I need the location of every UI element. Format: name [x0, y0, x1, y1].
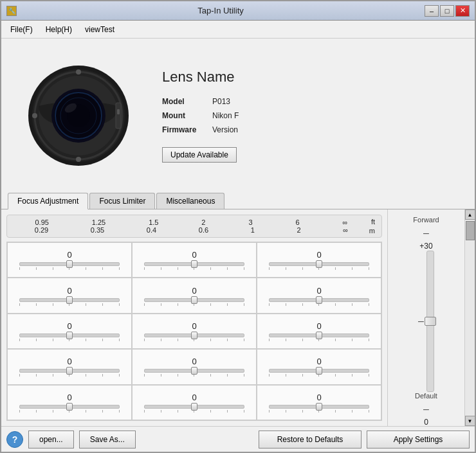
cell-value-3-0: 0	[67, 357, 71, 366]
tick-mark	[302, 374, 303, 377]
cell-slider-thumb-4-1[interactable]	[191, 403, 197, 411]
tick-mark	[352, 374, 352, 377]
cell-slider-thumb-4-2[interactable]	[316, 403, 322, 411]
scale-bar: 0.95 1.25 1.5 2 3 6 ∞ 0.29 0.35 0.4 0.6 …	[6, 215, 382, 238]
tick-mark	[36, 303, 37, 306]
cell-value-0-0: 0	[67, 250, 71, 260]
tick-mark	[36, 410, 37, 413]
cell-slider-thumb-3-2[interactable]	[316, 367, 322, 375]
cell-slider-2-0[interactable]	[19, 333, 120, 337]
close-button[interactable]: ✕	[455, 5, 470, 17]
cell-slider-thumb-2-2[interactable]	[316, 332, 322, 339]
scale-bot-inf: ∞	[343, 226, 348, 234]
open-button[interactable]: open...	[28, 431, 74, 449]
tab-focus-adjustment[interactable]: Focus Adjustment	[8, 193, 88, 209]
tick-mark	[19, 303, 20, 306]
tick-mark	[269, 339, 270, 341]
grid-cell-4-2[interactable]: 0	[257, 385, 381, 420]
grid-cell-4-0[interactable]: 0	[7, 385, 132, 420]
tick-mark	[335, 303, 336, 306]
tick-mark	[286, 339, 286, 341]
cell-slider-1-0[interactable]	[19, 298, 120, 302]
default-label: Default	[415, 392, 437, 400]
cell-slider-thumb-1-1[interactable]	[191, 296, 197, 304]
cell-slider-thumb-3-0[interactable]	[66, 367, 73, 375]
cell-slider-thumb-1-2[interactable]	[316, 296, 322, 304]
cell-slider-thumb-0-0[interactable]	[66, 260, 73, 268]
tab-miscellaneous[interactable]: Miscellaneous	[156, 193, 224, 209]
minimize-button[interactable]: –	[425, 5, 439, 17]
cell-slider-3-1[interactable]	[144, 369, 244, 373]
cell-slider-1-1[interactable]	[144, 298, 244, 302]
cell-slider-4-0[interactable]	[19, 405, 120, 409]
tick-mark	[102, 374, 103, 377]
maximize-button[interactable]: □	[440, 5, 454, 17]
cell-slider-thumb-2-1[interactable]	[191, 332, 197, 339]
cell-value-2-2: 0	[316, 321, 321, 331]
tick-mark	[244, 374, 244, 377]
grid-cell-1-0[interactable]: 0	[7, 278, 132, 313]
tick-mark	[161, 339, 161, 341]
cell-slider-4-2[interactable]	[269, 405, 369, 409]
grid-cell-0-1[interactable]: 0	[132, 242, 257, 278]
help-button[interactable]: ?	[6, 431, 23, 448]
tick-mark	[178, 339, 178, 341]
cell-slider-2-2[interactable]	[269, 333, 369, 337]
cell-slider-thumb-1-0[interactable]	[66, 296, 73, 304]
cell-slider-3-2[interactable]	[269, 369, 369, 373]
grid-cell-4-1[interactable]: 0	[132, 385, 257, 420]
tick-mark	[335, 410, 336, 413]
tick-mark	[178, 267, 178, 270]
grid-cell-3-0[interactable]: 0	[7, 349, 132, 384]
tick-mark	[144, 339, 145, 341]
grid-cell-0-2[interactable]: 0	[257, 242, 381, 278]
tick-mark	[119, 303, 120, 306]
tick-mark	[102, 267, 103, 270]
menu-help[interactable]: Help(H)	[39, 22, 78, 37]
grid-cell-2-2[interactable]: 0	[257, 314, 381, 349]
cell-slider-thumb-0-1[interactable]	[191, 260, 197, 268]
v-slider-thumb[interactable]	[425, 317, 436, 326]
svg-point-12	[76, 69, 81, 75]
restore-defaults-button[interactable]: Restore to Defaults	[259, 431, 362, 449]
update-available-button[interactable]: Update Available	[162, 147, 237, 163]
scale-bot-3: 0.6	[199, 226, 208, 234]
tick-mark	[244, 267, 244, 270]
tab-focus-limiter[interactable]: Focus Limiter	[89, 193, 155, 209]
menu-viewtest[interactable]: viewTest	[78, 22, 121, 37]
save-as-button[interactable]: Save As...	[79, 431, 136, 449]
tick-mark	[302, 267, 303, 270]
tick-mark	[53, 303, 53, 306]
cell-slider-1-2[interactable]	[269, 298, 369, 302]
scrollbar[interactable]: ▲ ▼	[464, 209, 475, 426]
cell-slider-0-1[interactable]	[144, 262, 244, 266]
cell-slider-0-2[interactable]	[269, 262, 369, 266]
cell-slider-thumb-3-1[interactable]	[191, 367, 197, 375]
vertical-slider[interactable]	[426, 251, 434, 392]
scroll-thumb[interactable]	[466, 221, 475, 240]
menu-file[interactable]: File(F)	[4, 22, 39, 37]
grid-cell-3-2[interactable]: 0	[257, 349, 381, 384]
grid-cell-1-2[interactable]: 0	[257, 278, 381, 313]
cell-slider-thumb-0-2[interactable]	[316, 260, 322, 268]
cell-slider-thumb-2-0[interactable]	[66, 332, 73, 339]
cell-slider-2-1[interactable]	[144, 333, 244, 337]
grid-cell-2-0[interactable]: 0	[7, 314, 132, 349]
cell-slider-4-1[interactable]	[144, 405, 244, 409]
scroll-up-arrow[interactable]: ▲	[465, 209, 475, 220]
cell-value-3-1: 0	[192, 357, 196, 366]
tick-mark	[86, 339, 86, 341]
tick-mark	[210, 339, 211, 341]
forward-value: +30	[419, 242, 432, 251]
scroll-down-arrow[interactable]: ▼	[465, 416, 475, 426]
cell-slider-3-0[interactable]	[19, 369, 120, 373]
apply-settings-button[interactable]: Apply Settings	[367, 431, 470, 449]
app-icon: 🔧	[6, 6, 17, 16]
cell-slider-0-0[interactable]	[19, 262, 120, 266]
cell-slider-thumb-4-0[interactable]	[66, 403, 73, 411]
grid-cell-2-1[interactable]: 0	[132, 314, 257, 349]
grid-cell-0-0[interactable]: 0	[7, 242, 132, 278]
tick-mark	[36, 339, 37, 341]
grid-cell-1-1[interactable]: 0	[132, 278, 257, 313]
grid-cell-3-1[interactable]: 0	[132, 349, 257, 384]
